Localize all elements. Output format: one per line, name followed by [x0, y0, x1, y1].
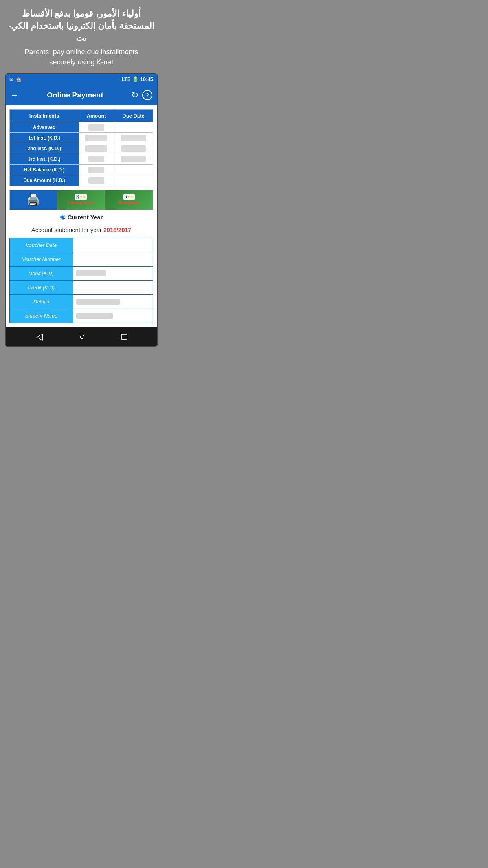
knet-reregister-button[interactable]: K net Reregister [105, 190, 153, 210]
due-cell-2nd [114, 143, 153, 154]
current-year-label: Current Year [68, 214, 103, 221]
col-header-amount: Amount [79, 109, 114, 122]
due-cell-advanved [114, 122, 153, 132]
row-label-3rd: 3rd Inst. (K.D.) [10, 154, 79, 164]
due-cell-1st [114, 132, 153, 143]
row-label-1st: 1st Inst. (K.D.) [10, 132, 79, 143]
account-statement-text: Account statement for year 2018/2017 [9, 226, 153, 233]
knet-reregister-label: Reregister [118, 200, 139, 205]
knet-logo-installments: K net [75, 194, 87, 200]
acc-value-credit [73, 280, 153, 294]
due-cell-net-balance [114, 164, 153, 175]
table-row: Due Amount (K.D.) [10, 175, 153, 186]
acc-label-voucher-date: Voucher Date [10, 238, 73, 252]
account-row-credit: Credit (K.D) [10, 280, 153, 294]
signal-icon: LTE [121, 76, 131, 82]
amount-cell-due-amount [79, 175, 114, 186]
table-row: 2nd Inst. (K.D.) [10, 143, 153, 154]
nav-home-button[interactable]: ○ [79, 331, 85, 342]
account-row-voucher-number: Voucher Number [10, 252, 153, 266]
outer-wrapper: أولياء الأمور، قوموا بدفع الأقساط المستح… [0, 0, 163, 351]
current-year-row: Current Year [9, 214, 153, 221]
acc-label-debit: Debit (K.D) [10, 266, 73, 280]
due-cell-due-amount [114, 175, 153, 186]
android-icon: 🤖 [16, 77, 22, 82]
bottom-nav: ◁ ○ □ [6, 327, 157, 346]
back-button[interactable]: ← [10, 91, 19, 99]
nav-back-button[interactable]: ◁ [36, 331, 43, 342]
knet-installments-label: Installments [68, 200, 94, 205]
clock: 10:45 [140, 76, 153, 82]
acc-label-credit: Credit (K.D) [10, 280, 73, 294]
knet-installments-button[interactable]: K net Installments [57, 190, 105, 210]
app-bar: ← Online Payment ↻ ? [6, 85, 157, 105]
due-cell-3rd [114, 154, 153, 164]
col-header-due-date: Due Date [114, 109, 153, 122]
account-row-voucher-date: Voucher Date [10, 238, 153, 252]
content-area: Installments Amount Due Date Advanved 1s… [6, 105, 157, 327]
table-row: Advanved [10, 122, 153, 132]
account-year: 2018/2017 [103, 226, 131, 233]
student-name-placeholder [76, 313, 113, 319]
account-row-details: Details [10, 294, 153, 309]
print-cell: 🖨️ [10, 190, 57, 210]
amount-cell-2nd [79, 143, 114, 154]
amount-cell-net-balance [79, 164, 114, 175]
acc-value-voucher-number [73, 252, 153, 266]
refresh-button[interactable]: ↻ [131, 91, 138, 99]
acc-value-student-name [73, 309, 153, 323]
english-headline: Parents, pay online due installments sec… [24, 47, 138, 67]
amount-cell-1st [79, 132, 114, 143]
status-bar-left: ✉ 🤖 [9, 77, 22, 82]
acc-value-debit [73, 266, 153, 280]
app-bar-icons: ↻ ? [131, 90, 152, 100]
mail-icon: ✉ [9, 77, 13, 82]
knet-logo-reregister: K net [123, 194, 135, 200]
acc-label-voucher-number: Voucher Number [10, 252, 73, 266]
battery-icon: 🔋 [132, 76, 139, 82]
printer-icon: 🖨️ [26, 193, 40, 206]
account-row-student-name: Student Name [10, 309, 153, 323]
status-bar: ✉ 🤖 LTE 🔋 10:45 [6, 74, 157, 85]
action-row: 🖨️ K net Installments K [9, 190, 153, 210]
nav-recents-button[interactable]: □ [121, 331, 127, 342]
arabic-headline: أولياء الأمور، قوموا بدفع الأقساط المستح… [4, 8, 159, 44]
row-label-2nd: 2nd Inst. (K.D.) [10, 143, 79, 154]
acc-label-student-name: Student Name [10, 309, 73, 323]
app-bar-title: Online Payment [19, 91, 131, 99]
status-bar-right: LTE 🔋 10:45 [121, 76, 153, 82]
acc-value-details [73, 294, 153, 309]
row-label-net-balance: Net Balance (K.D.) [10, 164, 79, 175]
amount-cell-3rd [79, 154, 114, 164]
details-placeholder [76, 299, 120, 305]
acc-value-voucher-date [73, 238, 153, 252]
table-row: 1st Inst. (K.D.) [10, 132, 153, 143]
phone-frame: ✉ 🤖 LTE 🔋 10:45 ← Online Payment ↻ ? [5, 73, 158, 347]
col-header-installments: Installments [10, 109, 79, 122]
help-button[interactable]: ? [142, 90, 152, 100]
table-row: 3rd Inst. (K.D.) [10, 154, 153, 164]
acc-label-details: Details [10, 294, 73, 309]
table-row: Net Balance (K.D.) [10, 164, 153, 175]
debit-placeholder [76, 270, 106, 276]
account-row-debit: Debit (K.D) [10, 266, 153, 280]
row-label-due-amount: Due Amount (K.D.) [10, 175, 79, 186]
current-year-radio[interactable] [60, 215, 65, 220]
installments-table: Installments Amount Due Date Advanved 1s… [9, 109, 153, 186]
row-label-advanved: Advanved [10, 122, 79, 132]
account-table: Voucher Date Voucher Number Debit (K.D) [9, 238, 153, 323]
amount-cell-advanved [79, 122, 114, 132]
